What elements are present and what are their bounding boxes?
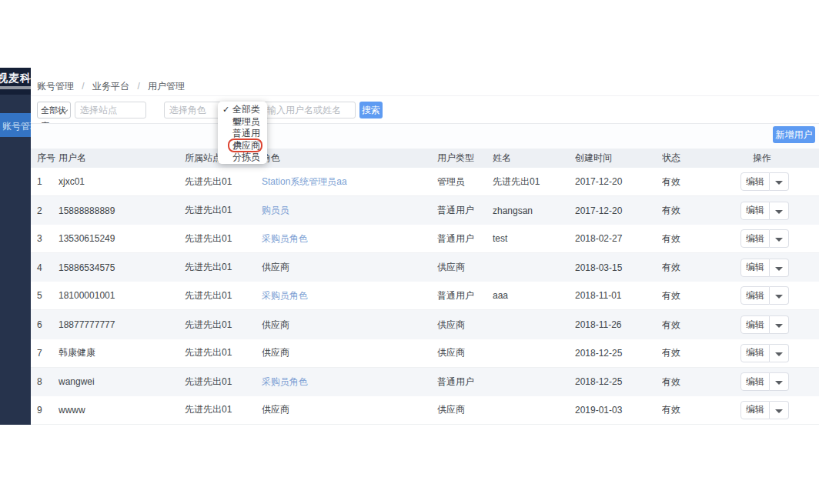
dropdown-item-label: 分拣员 <box>232 152 260 162</box>
search-button[interactable]: 搜索 <box>359 102 383 118</box>
cell-type: 管理员 <box>437 175 493 189</box>
row-more-actions-button[interactable] <box>770 172 789 191</box>
cell-type: 供应商 <box>437 319 493 332</box>
cell-status: 有效 <box>662 346 739 359</box>
row-more-actions-button[interactable] <box>770 259 789 277</box>
cell-site: 先进先出01 <box>185 375 262 389</box>
dropdown-item-分拣员[interactable]: 分拣员 <box>218 152 267 164</box>
user-table: 序号用户名所属站点角色用户类型姓名创建时间状态操作 1xjxc01先进先出01S… <box>31 149 819 425</box>
cell-no: 5 <box>31 290 58 301</box>
cell-status: 有效 <box>662 204 739 217</box>
cell-actions: 编辑 <box>739 344 819 362</box>
status-filter-select[interactable]: 全部状态 <box>37 102 71 118</box>
cell-site: 先进先出01 <box>185 403 262 416</box>
user-type-dropdown: ✓全部类型管理员普通用户供应商分拣员 <box>218 102 267 164</box>
cell-site: 先进先出01 <box>185 261 262 274</box>
edit-button[interactable]: 编辑 <box>740 401 770 419</box>
breadcrumb: 账号管理 / 业务平台 / 用户管理 <box>37 80 185 93</box>
cell-role: 供应商 <box>262 261 437 274</box>
cell-created: 2018-11-01 <box>575 290 662 301</box>
sidebar-item-account-management[interactable]: 账号管理 <box>0 113 31 137</box>
cell-no: 3 <box>31 233 58 244</box>
cell-username: wangwei <box>58 376 185 387</box>
edit-button[interactable]: 编辑 <box>740 315 770 334</box>
dropdown-item-普通用户[interactable]: 普通用户 <box>218 128 267 140</box>
edit-button[interactable]: 编辑 <box>740 344 770 362</box>
cell-role: 供应商 <box>262 319 437 332</box>
cell-actions: 编辑 <box>739 286 819 305</box>
row-more-actions-button[interactable] <box>770 344 789 362</box>
table-row: 215888888889先进先出01购员员普通用户zhangsan2017-12… <box>31 196 819 225</box>
table-row: 1xjxc01先进先出01Station系统管理员aa管理员先进先出012017… <box>31 168 819 196</box>
cell-name: aaa <box>493 290 575 301</box>
table-row: 8wangwei先进先出01采购员角色普通用户2018-12-25有效编辑 <box>31 368 819 396</box>
column-header: 操作 <box>739 152 819 165</box>
row-more-actions-button[interactable] <box>770 202 789 220</box>
cell-name: test <box>493 233 575 244</box>
cell-type: 普通用户 <box>437 232 493 245</box>
cell-type: 普通用户 <box>437 375 493 389</box>
cell-status: 有效 <box>662 175 739 189</box>
row-more-actions-button[interactable] <box>770 372 789 391</box>
dropdown-item-全部类型[interactable]: ✓全部类型 <box>218 104 267 116</box>
row-more-actions-button[interactable] <box>770 229 789 248</box>
add-user-button[interactable]: 新增用户 <box>773 126 815 143</box>
column-header: 用户名 <box>58 152 185 165</box>
breadcrumb-account[interactable]: 账号管理 <box>37 81 74 92</box>
cell-status: 有效 <box>662 289 739 302</box>
dropdown-item-管理员[interactable]: 管理员 <box>218 116 267 129</box>
table-row: 415886534575先进先出01供应商供应商2018-03-15有效编辑 <box>31 253 819 282</box>
cell-status: 有效 <box>662 232 739 245</box>
edit-button[interactable]: 编辑 <box>740 259 770 277</box>
cell-site: 先进先出01 <box>185 175 262 189</box>
cell-role: 供应商 <box>262 403 437 416</box>
sidebar: 视麦科技 账号管理 <box>0 68 31 425</box>
column-header: 用户类型 <box>437 152 493 165</box>
cell-site: 先进先出01 <box>185 319 262 332</box>
cell-username: xjxc01 <box>58 176 185 187</box>
cell-username: 15888888889 <box>58 205 185 216</box>
breadcrumb-platform[interactable]: 业务平台 <box>92 81 129 92</box>
caret-down-icon <box>775 352 783 356</box>
cell-role[interactable]: 购员员 <box>262 204 437 217</box>
cell-actions: 编辑 <box>739 259 819 277</box>
edit-button[interactable]: 编辑 <box>740 372 770 391</box>
cell-type: 供应商 <box>437 261 493 274</box>
edit-button[interactable]: 编辑 <box>740 229 770 248</box>
cell-actions: 编辑 <box>739 229 819 248</box>
edit-button[interactable]: 编辑 <box>740 202 770 220</box>
app-logo-subtitle <box>0 86 31 89</box>
table-row: 313530615249先进先出01采购员角色普通用户test2018-02-2… <box>31 225 819 253</box>
site-filter-input[interactable] <box>75 102 146 118</box>
cell-role[interactable]: Station系统管理员aa <box>262 175 437 189</box>
cell-no: 1 <box>31 176 58 187</box>
cell-role[interactable]: 采购员角色 <box>262 232 437 245</box>
caret-down-icon <box>775 381 783 385</box>
dropdown-item-供应商[interactable]: 供应商 <box>218 140 267 152</box>
breadcrumb-user-management: 用户管理 <box>148 81 185 92</box>
caret-down-icon <box>775 210 783 214</box>
table-row: 518100001001先进先出01采购员角色普通用户aaa2018-11-01… <box>31 282 819 310</box>
breadcrumb-separator: / <box>137 81 139 92</box>
edit-button[interactable]: 编辑 <box>740 286 770 305</box>
row-more-actions-button[interactable] <box>770 315 789 334</box>
cell-site: 先进先出01 <box>185 289 262 302</box>
row-more-actions-button[interactable] <box>770 401 789 419</box>
cell-role[interactable]: 采购员角色 <box>262 375 437 389</box>
cell-no: 7 <box>31 348 58 359</box>
table-row: 618877777777先进先出01供应商供应商2018-11-26有效编辑 <box>31 310 819 339</box>
dropdown-item-label: 管理员 <box>232 116 260 127</box>
row-more-actions-button[interactable] <box>770 286 789 305</box>
cell-site: 先进先出01 <box>185 232 262 245</box>
cell-name: zhangsan <box>493 205 575 216</box>
filter-bar: 全部状态 搜索 <box>31 102 819 118</box>
cell-status: 有效 <box>662 261 739 274</box>
column-header: 创建时间 <box>575 152 662 165</box>
cell-actions: 编辑 <box>739 372 819 391</box>
search-input[interactable] <box>262 102 356 118</box>
cell-type: 供应商 <box>437 346 493 359</box>
edit-button[interactable]: 编辑 <box>740 172 770 191</box>
caret-down-icon <box>775 267 783 271</box>
cell-username: 15886534575 <box>58 262 185 273</box>
cell-role[interactable]: 采购员角色 <box>262 289 437 302</box>
